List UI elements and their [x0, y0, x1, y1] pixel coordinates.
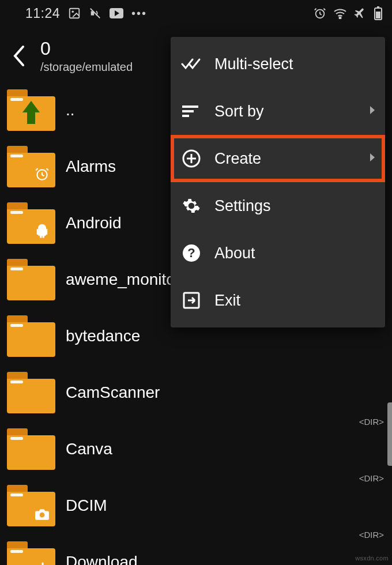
list-item-label: aweme_monito [66, 270, 175, 289]
svg-text:?: ? [187, 246, 195, 260]
plus-circle-icon [181, 148, 202, 169]
back-button[interactable] [12, 44, 27, 67]
header-text: 0 /storage/emulated [40, 38, 133, 74]
exit-icon [181, 290, 202, 311]
mute-icon [89, 7, 101, 20]
folder-icon [7, 315, 55, 357]
folder-icon [7, 541, 55, 565]
list-item[interactable]: Download <DIR> [0, 534, 392, 565]
menu-about[interactable]: ? About [171, 229, 385, 277]
svg-rect-7 [376, 12, 380, 18]
image-icon [68, 7, 81, 20]
svg-rect-11 [182, 106, 198, 108]
list-item-label: bytedance [66, 327, 140, 345]
status-left: 11:24 ••• [25, 6, 147, 21]
list-item-label: Canva [66, 440, 112, 458]
menu-settings[interactable]: Settings [171, 182, 385, 229]
folder-up-icon [7, 89, 55, 131]
android-icon [35, 223, 50, 240]
menu-label: About [214, 244, 255, 262]
list-item-label: CamScanner [66, 383, 160, 402]
status-right [314, 6, 383, 20]
folder-icon [7, 202, 55, 244]
menu-exit[interactable]: Exit [171, 277, 385, 324]
menu-label: Create [214, 150, 261, 168]
page-title: 0 [40, 38, 133, 59]
svg-point-1 [71, 10, 74, 13]
svg-point-4 [340, 17, 341, 19]
chevron-right-icon [369, 105, 376, 118]
youtube-icon [110, 8, 123, 18]
list-item[interactable]: DCIM <DIR> [0, 477, 392, 534]
menu-label: Multi-select [214, 55, 293, 73]
overflow-menu: Multi-select Sort by Create Settings ? A… [171, 37, 385, 327]
menu-label: Settings [214, 197, 271, 215]
list-item-label: .. [66, 101, 75, 119]
status-time: 11:24 [25, 6, 60, 21]
help-icon: ? [181, 243, 202, 263]
folder-icon [7, 372, 55, 413]
more-dots-icon: ••• [131, 7, 147, 20]
menu-multi-select[interactable]: Multi-select [171, 40, 385, 88]
svg-point-9 [40, 513, 45, 518]
list-item-label: Android [66, 214, 122, 232]
camera-icon [35, 508, 50, 523]
svg-rect-13 [182, 115, 189, 117]
battery-icon [374, 6, 383, 20]
alarm-icon [314, 7, 326, 20]
clock-icon [35, 167, 50, 184]
breadcrumb: /storage/emulated [40, 61, 133, 74]
download-icon [36, 562, 50, 565]
wifi-icon [333, 7, 347, 19]
multi-select-icon [181, 54, 202, 74]
folder-icon [7, 485, 55, 526]
sort-icon [181, 101, 202, 122]
airplane-icon [354, 7, 367, 20]
menu-label: Sort by [214, 103, 264, 120]
list-item-label: Alarms [66, 157, 116, 176]
svg-rect-12 [182, 110, 194, 112]
chevron-right-icon [369, 152, 376, 165]
menu-label: Exit [214, 292, 240, 310]
menu-sort-by[interactable]: Sort by [171, 88, 385, 135]
folder-icon [7, 146, 55, 187]
list-item[interactable]: Canva <DIR> [0, 421, 392, 477]
gear-icon [181, 195, 202, 216]
menu-create[interactable]: Create [171, 135, 385, 182]
list-item-label: DCIM [66, 496, 107, 515]
status-bar: 11:24 ••• [0, 0, 392, 27]
folder-icon [7, 428, 55, 470]
svg-rect-0 [70, 9, 80, 18]
svg-rect-6 [377, 6, 379, 8]
list-item[interactable]: CamScanner <DIR> [0, 364, 392, 421]
watermark: wsxdn.com [355, 555, 389, 562]
list-item-label: Download [66, 553, 138, 565]
scrollbar[interactable] [387, 402, 392, 466]
folder-icon [7, 259, 55, 300]
